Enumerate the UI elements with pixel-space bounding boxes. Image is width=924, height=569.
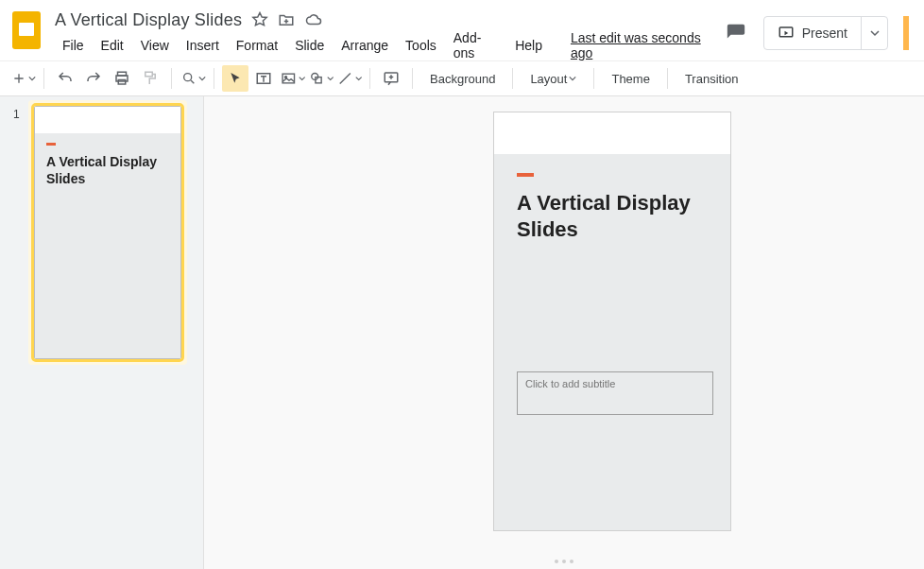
image-tool[interactable] [279, 65, 305, 92]
new-slide-button[interactable] [9, 65, 36, 92]
subtitle-placeholder[interactable]: Click to add subtitle [517, 371, 713, 415]
layout-button[interactable]: Layout [521, 65, 586, 92]
menu-view[interactable]: View [133, 34, 177, 57]
present-label: Present [802, 26, 847, 41]
print-button[interactable] [109, 65, 135, 92]
zoom-button[interactable] [180, 65, 206, 92]
layout-label: Layout [530, 72, 567, 86]
present-button[interactable]: Present [764, 17, 861, 49]
menu-slide[interactable]: Slide [287, 34, 332, 57]
slide-thumbnail[interactable]: A Vertical Display Slides [34, 106, 181, 359]
accent-bar [46, 143, 56, 146]
menu-bar: File Edit View Insert Format Slide Arran… [55, 33, 720, 58]
move-icon[interactable] [278, 11, 295, 28]
menu-edit[interactable]: Edit [94, 34, 131, 57]
undo-button[interactable] [52, 65, 78, 92]
menu-arrange[interactable]: Arrange [334, 34, 396, 57]
menu-insert[interactable]: Insert [179, 34, 227, 57]
menu-addons[interactable]: Add-ons [446, 26, 505, 64]
select-tool[interactable] [222, 65, 248, 92]
slides-logo[interactable] [8, 6, 45, 55]
accent-bar [517, 173, 534, 177]
svg-point-8 [184, 74, 192, 81]
line-tool[interactable] [335, 65, 362, 92]
svg-rect-7 [145, 72, 153, 77]
filmstrip[interactable]: 1 A Vertical Display Slides [0, 96, 204, 569]
present-button-group: Present [763, 16, 888, 50]
menu-file[interactable]: File [55, 34, 92, 57]
present-dropdown[interactable] [861, 17, 887, 49]
textbox-tool[interactable] [250, 65, 277, 92]
shape-tool[interactable] [307, 65, 334, 92]
theme-button[interactable]: Theme [602, 65, 659, 92]
svg-rect-1 [19, 23, 34, 36]
background-button[interactable]: Background [420, 65, 505, 92]
drag-handle-icon[interactable] [555, 560, 573, 563]
document-title[interactable]: A Vertical Display Slides [55, 10, 242, 30]
cloud-status-icon[interactable] [304, 11, 323, 28]
svg-rect-10 [282, 74, 294, 83]
comment-tool[interactable] [378, 65, 404, 92]
slide-number: 1 [13, 106, 28, 359]
menu-tools[interactable]: Tools [398, 34, 444, 57]
paint-format-button[interactable] [137, 65, 163, 92]
star-icon[interactable] [251, 11, 268, 28]
slide-title[interactable]: A Vertical Display Slides [517, 190, 708, 242]
last-edit-link[interactable]: Last edit was seconds ago [563, 26, 720, 64]
menu-format[interactable]: Format [229, 34, 285, 57]
transition-button[interactable]: Transition [676, 65, 748, 92]
toolbar: Background Layout Theme Transition [0, 60, 924, 96]
comments-button[interactable] [720, 17, 752, 49]
account-avatar[interactable] [903, 16, 909, 50]
slide-canvas[interactable]: A Vertical Display Slides Click to add s… [204, 96, 924, 569]
redo-button[interactable] [80, 65, 107, 92]
thumbnail-title: A Vertical Display Slides [46, 153, 169, 187]
menu-help[interactable]: Help [507, 34, 550, 57]
slide[interactable]: A Vertical Display Slides Click to add s… [493, 112, 731, 531]
